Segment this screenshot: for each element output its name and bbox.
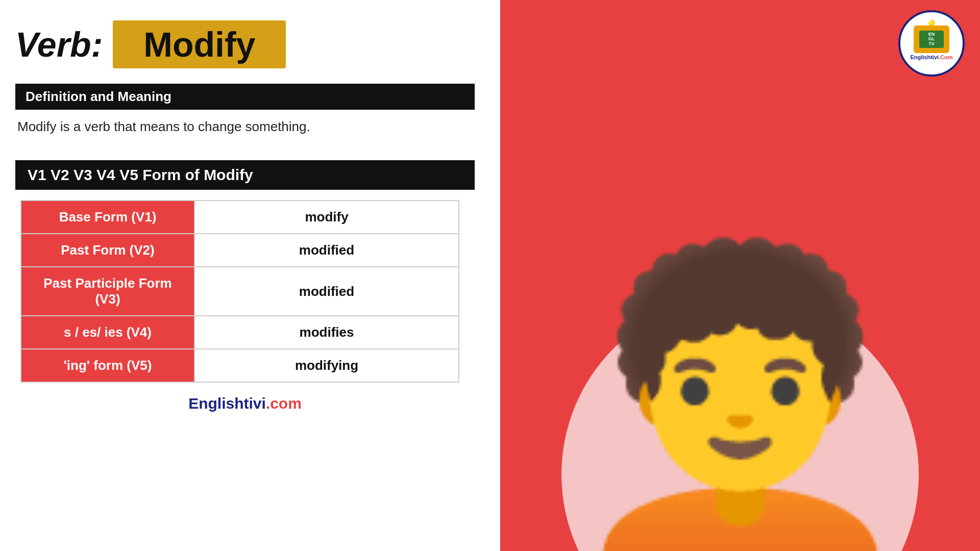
forms-header-box: V1 V2 V3 V4 V5 Form of Modify	[15, 160, 475, 190]
logo-inner: 💡 ENGLTV Englishtivi.Com	[910, 26, 952, 61]
left-panel: Verb: Modify Definition and Meaning Modi…	[0, 0, 500, 551]
word-box: Modify	[113, 20, 286, 68]
table-row: 'ing' form (V5)modifying	[21, 349, 459, 382]
form-label-cell: s / es/ ies (V4)	[21, 316, 194, 349]
form-value-cell: modified	[194, 267, 459, 316]
logo-tv: ENGLTV	[914, 26, 949, 53]
table-row: s / es/ ies (V4)modifies	[21, 316, 459, 349]
table-row: Base Form (V1)modify	[21, 201, 459, 234]
form-label-cell: Base Form (V1)	[21, 201, 194, 234]
footer-brand: Englishtivi.com	[15, 395, 475, 412]
right-panel: 💡 ENGLTV Englishtivi.Com 🧑‍🦱	[500, 0, 980, 551]
verb-label: Verb:	[15, 24, 103, 64]
forms-heading: V1 V2 V3 V4 V5 Form of Modify	[28, 166, 253, 183]
form-value-cell: modifying	[194, 349, 459, 382]
word-title: Modify	[143, 25, 255, 64]
person-area: 🧑‍🦱	[500, 0, 980, 551]
logo-brand-red: .Com	[939, 54, 953, 60]
form-value-cell: modified	[194, 234, 459, 267]
table-row: Past Form (V2)modified	[21, 234, 459, 267]
logo-circle: 💡 ENGLTV Englishtivi.Com	[898, 10, 965, 77]
form-label-cell: 'ing' form (V5)	[21, 349, 194, 382]
definition-header-box: Definition and Meaning	[15, 84, 475, 110]
definition-text: Modify is a verb that means to change so…	[15, 119, 475, 135]
definition-heading: Definition and Meaning	[26, 89, 172, 104]
brand-text-red: .com	[266, 395, 302, 412]
table-row: Past Participle Form (V3)modified	[21, 267, 459, 316]
form-value-cell: modifies	[194, 316, 459, 349]
form-value-cell: modify	[194, 201, 459, 234]
title-row: Verb: Modify	[15, 20, 475, 68]
logo-brand-text: Englishtivi.Com	[910, 54, 952, 61]
person-illustration: 🧑‍🦱	[555, 255, 925, 551]
form-label-cell: Past Participle Form (V3)	[21, 267, 194, 316]
logo-tv-text: ENGLTV	[928, 32, 935, 47]
verb-forms-table: Base Form (V1)modifyPast Form (V2)modifi…	[20, 200, 459, 383]
logo-tv-screen: ENGLTV	[919, 31, 944, 48]
form-label-cell: Past Form (V2)	[21, 234, 194, 267]
logo-brand-blue: Englishtivi	[910, 54, 939, 60]
brand-text-blue: Englishtivi	[188, 395, 266, 412]
